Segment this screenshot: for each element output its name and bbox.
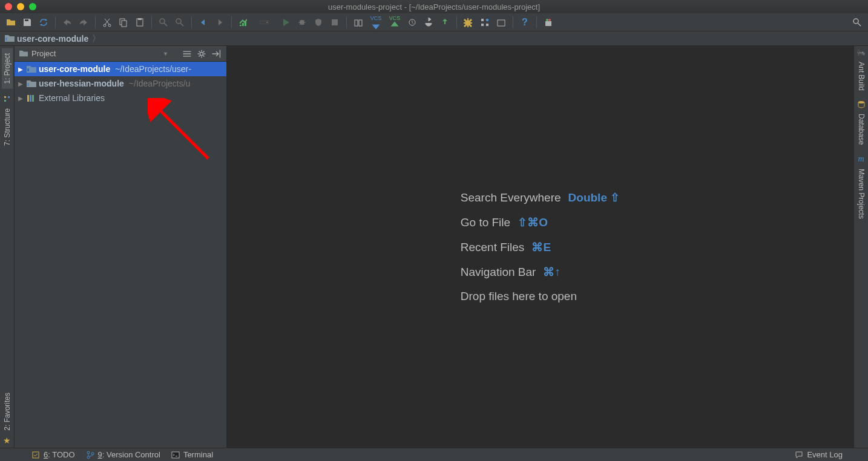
hint-navbar-label: Navigation Bar bbox=[461, 266, 536, 279]
star-icon: ★ bbox=[3, 436, 11, 445]
help-icon[interactable]: ? bbox=[518, 15, 532, 30]
folder-icon bbox=[5, 34, 15, 42]
close-window-button[interactable] bbox=[5, 3, 12, 10]
gear-icon[interactable] bbox=[196, 48, 207, 59]
module-path: ~/IdeaProjects/u bbox=[129, 79, 191, 88]
vcs-update-icon[interactable]: VCS bbox=[367, 15, 384, 30]
settings-icon[interactable] bbox=[461, 15, 476, 30]
status-bar: 6: TODO 9: Version Control Terminal Even… bbox=[0, 448, 868, 461]
svg-rect-25 bbox=[4, 96, 6, 98]
project-structure-icon[interactable] bbox=[478, 15, 492, 30]
svg-point-28 bbox=[200, 52, 203, 55]
sync-icon[interactable] bbox=[36, 15, 51, 30]
tab-structure[interactable]: 7: Structure bbox=[2, 103, 13, 151]
back-icon[interactable] bbox=[196, 15, 211, 30]
svg-rect-29 bbox=[27, 68, 29, 71]
left-tool-strip: 1: Project 7: Structure 2: Favorites ★ bbox=[0, 46, 15, 448]
forward-icon[interactable] bbox=[212, 15, 227, 30]
status-todo[interactable]: 6: TODO bbox=[31, 450, 75, 459]
tab-maven[interactable]: Maven Projects bbox=[856, 164, 867, 224]
save-icon[interactable] bbox=[20, 15, 35, 30]
module-folder-icon bbox=[27, 65, 36, 73]
copy-icon[interactable] bbox=[116, 15, 131, 30]
editor-area[interactable]: Search EverywhereDouble ⇧ Go to File⇧⌘O … bbox=[227, 46, 853, 448]
project-tree[interactable]: ▶ user-core-module ~/IdeaProjects/user- … bbox=[15, 62, 226, 448]
replace-icon[interactable] bbox=[173, 15, 187, 30]
stop-icon[interactable] bbox=[327, 15, 342, 30]
tree-module-core[interactable]: ▶ user-core-module ~/IdeaProjects/user- bbox=[15, 62, 226, 76]
svg-rect-36 bbox=[33, 452, 39, 458]
todo-icon bbox=[31, 451, 40, 459]
status-event-log[interactable]: Event Log bbox=[795, 450, 843, 459]
status-vcs[interactable]: 9: Version Control bbox=[86, 450, 160, 459]
svg-rect-16 bbox=[481, 24, 484, 26]
project-panel: Project ▼ ▶ user-core-module ~/IdeaProje… bbox=[15, 46, 227, 448]
vcs-commit-icon[interactable]: VCS bbox=[386, 15, 403, 30]
debug-icon[interactable] bbox=[295, 15, 309, 30]
annotation-arrow bbox=[148, 98, 220, 171]
undo-icon[interactable] bbox=[60, 15, 74, 30]
svg-line-34 bbox=[157, 107, 208, 159]
tree-external-libraries[interactable]: ▶ External Libraries bbox=[15, 91, 226, 105]
build-icon[interactable] bbox=[236, 15, 251, 30]
hint-search-label: Search Everywhere bbox=[461, 191, 561, 204]
run-icon[interactable] bbox=[278, 15, 293, 30]
module-name: user-hessian-module bbox=[39, 79, 124, 88]
branch-icon bbox=[86, 451, 94, 459]
ant-icon: 🐜 bbox=[856, 48, 866, 57]
svg-rect-18 bbox=[486, 24, 488, 26]
collapse-all-icon[interactable] bbox=[182, 48, 192, 59]
terminal-icon bbox=[171, 451, 180, 459]
breadcrumb-bar[interactable]: user-core-module 〉 bbox=[0, 31, 868, 46]
svg-rect-26 bbox=[8, 96, 10, 98]
tab-database[interactable]: Database bbox=[856, 109, 867, 149]
welcome-hints: Search EverywhereDouble ⇧ Go to File⇧⌘O … bbox=[461, 191, 620, 303]
vcs-diff-icon[interactable] bbox=[351, 15, 366, 30]
history-icon[interactable] bbox=[405, 15, 419, 30]
svg-rect-0 bbox=[25, 19, 28, 21]
svg-rect-11 bbox=[332, 19, 338, 25]
coverage-icon[interactable] bbox=[311, 15, 326, 30]
sdk-icon[interactable] bbox=[494, 15, 508, 30]
status-terminal[interactable]: Terminal bbox=[171, 450, 213, 459]
tab-project[interactable]: 1: Project bbox=[2, 48, 13, 89]
find-icon[interactable] bbox=[156, 15, 171, 30]
panel-header: Project ▼ bbox=[15, 46, 226, 62]
hint-recent-key: ⌘E bbox=[531, 240, 551, 254]
revert-icon[interactable] bbox=[421, 15, 436, 30]
right-tool-strip: 🐜 Ant Build Database m Maven Projects bbox=[853, 46, 868, 448]
svg-rect-31 bbox=[27, 95, 29, 102]
svg-rect-33 bbox=[32, 95, 34, 102]
run-config-dropdown[interactable] bbox=[252, 15, 277, 30]
paste-icon[interactable] bbox=[133, 15, 147, 30]
svg-rect-12 bbox=[355, 20, 358, 26]
expand-arrow-icon[interactable]: ▶ bbox=[18, 95, 24, 102]
module-folder-icon bbox=[27, 80, 36, 88]
expand-arrow-icon[interactable]: ▶ bbox=[18, 66, 24, 73]
search-everywhere-icon[interactable] bbox=[850, 15, 864, 30]
maximize-window-button[interactable] bbox=[29, 3, 36, 10]
hint-drop-label: Drop files here to open bbox=[461, 290, 577, 303]
svg-point-22 bbox=[548, 19, 551, 21]
project-icon bbox=[19, 50, 28, 57]
expand-arrow-icon[interactable]: ▶ bbox=[18, 80, 24, 87]
minimize-window-button[interactable] bbox=[17, 3, 24, 10]
cut-icon[interactable] bbox=[100, 15, 114, 30]
svg-rect-17 bbox=[486, 19, 488, 21]
tab-ant-build[interactable]: Ant Build bbox=[856, 57, 867, 96]
database-icon bbox=[857, 100, 866, 109]
hint-search-key: Double ⇧ bbox=[568, 191, 620, 204]
svg-point-38 bbox=[87, 456, 90, 459]
open-icon[interactable] bbox=[4, 15, 18, 30]
svg-point-8 bbox=[176, 19, 181, 24]
external-libraries-label: External Libraries bbox=[39, 93, 105, 103]
push-icon[interactable] bbox=[438, 15, 452, 30]
tab-favorites[interactable]: 2: Favorites bbox=[2, 388, 13, 436]
chevron-down-icon[interactable]: ▼ bbox=[163, 51, 168, 57]
redo-icon[interactable] bbox=[76, 15, 91, 30]
maven-icon: m bbox=[858, 154, 864, 164]
tree-module-hessian[interactable]: ▶ user-hessian-module ~/IdeaProjects/u bbox=[15, 76, 226, 91]
svg-rect-30 bbox=[27, 83, 29, 86]
hide-panel-icon[interactable] bbox=[211, 48, 222, 59]
plugin-icon[interactable] bbox=[541, 15, 556, 30]
